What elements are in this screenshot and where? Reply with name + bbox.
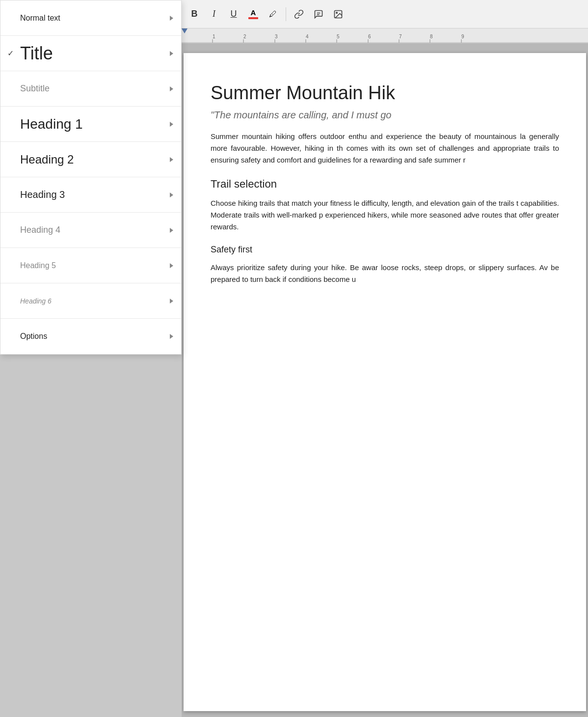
svg-text:7: 7 [399, 34, 402, 39]
bold-button[interactable]: B [186, 5, 203, 23]
document-title: Summer Mountain Hik [211, 83, 559, 104]
font-color-button[interactable]: A [244, 5, 262, 23]
comment-button[interactable] [310, 5, 327, 23]
dropdown-item-heading-4[interactable]: Heading 4 [0, 213, 181, 248]
svg-text:6: 6 [368, 34, 371, 39]
check-icon: ✓ [7, 49, 14, 58]
arrow-icon [170, 157, 173, 162]
arrow-icon [170, 228, 173, 233]
dropdown-item-heading-5[interactable]: Heading 5 [0, 248, 181, 283]
dropdown-item-heading-3[interactable]: Heading 3 [0, 177, 181, 213]
font-color-letter: A [251, 9, 256, 16]
document-page: Summer Mountain Hik "The mountains are c… [184, 53, 586, 711]
dropdown-item-subtitle[interactable]: Subtitle [0, 71, 181, 107]
dropdown-item-normal-text[interactable]: Normal text [0, 0, 181, 36]
dropdown-item-heading-6[interactable]: Heading 6 [0, 283, 181, 319]
svg-text:8: 8 [430, 34, 433, 39]
dropdown-item-label: Heading 1 [20, 116, 170, 132]
arrow-icon [170, 51, 173, 56]
arrow-icon [170, 263, 173, 268]
dropdown-item-label: Heading 5 [20, 261, 170, 270]
svg-text:3: 3 [275, 34, 278, 39]
dropdown-item-label: Title [20, 43, 170, 64]
dropdown-item-title[interactable]: ✓ Title [0, 36, 181, 71]
document-area: Summer Mountain Hik "The mountains are c… [182, 43, 588, 717]
document-body-2: Choose hiking trails that match your fit… [211, 197, 559, 233]
arrow-icon [170, 334, 173, 339]
document-subtitle: "The mountains are calling, and I must g… [211, 110, 559, 121]
svg-text:9: 9 [461, 34, 464, 39]
arrow-icon [170, 193, 173, 197]
svg-text:2: 2 [243, 34, 246, 39]
dropdown-item-label: Normal text [20, 14, 170, 23]
dropdown-item-heading-2[interactable]: Heading 2 [0, 142, 181, 177]
style-dropdown-menu: Normal text ✓ Title Subtitle Heading 1 H… [0, 0, 182, 355]
dropdown-item-label: Heading 3 [20, 189, 170, 200]
italic-button[interactable]: I [205, 5, 223, 23]
dropdown-item-label: Subtitle [20, 83, 170, 94]
document-heading-trail: Trail selection [211, 178, 559, 191]
svg-point-4 [336, 12, 338, 13]
highlight-button[interactable]: 🖊 [264, 5, 282, 23]
ruler: 1 2 3 4 5 6 7 8 9 [182, 28, 588, 43]
dropdown-item-heading-1[interactable]: Heading 1 [0, 107, 181, 142]
separator [286, 7, 286, 21]
dropdown-item-label: Heading 4 [20, 225, 170, 235]
arrow-icon [170, 122, 173, 127]
image-button[interactable] [329, 5, 347, 23]
dropdown-item-label: Heading 6 [20, 297, 170, 305]
arrow-icon [170, 16, 173, 21]
arrow-icon [170, 86, 173, 91]
font-color-bar [248, 17, 258, 19]
svg-text:1: 1 [213, 34, 215, 39]
document-body-1: Summer mountain hiking offers outdoor en… [211, 131, 559, 166]
arrow-icon [170, 299, 173, 303]
dropdown-item-label: Heading 2 [20, 153, 170, 166]
dropdown-item-options[interactable]: Options [0, 319, 181, 354]
document-body-3: Always prioritize safety during your hik… [211, 262, 559, 285]
svg-text:4: 4 [306, 34, 309, 39]
document-heading-safety: Safety first [211, 245, 559, 255]
dropdown-item-label: Options [20, 332, 170, 341]
svg-text:5: 5 [337, 34, 340, 39]
link-button[interactable] [290, 5, 308, 23]
underline-button[interactable]: U [225, 5, 242, 23]
ruler-content: 1 2 3 4 5 6 7 8 9 [182, 28, 588, 43]
